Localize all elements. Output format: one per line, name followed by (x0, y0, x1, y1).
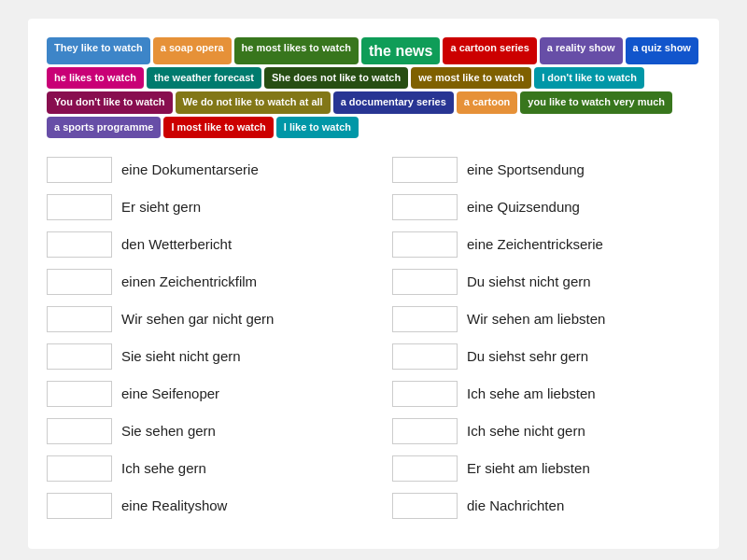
answer-input-right-2[interactable] (392, 231, 458, 258)
right-match-row-0: eine Sportsendung (392, 157, 700, 183)
left-match-row-8: Ich sehe gern (47, 455, 355, 482)
right-column: eine Sportsendungeine Quizsendungeine Ze… (392, 157, 700, 530)
right-match-row-1: eine Quizsendung (392, 194, 700, 220)
answer-input-left-7[interactable] (47, 418, 112, 444)
word-chip-18[interactable]: I most like to watch (163, 117, 273, 138)
left-match-row-5: Sie sieht nicht gern (47, 343, 355, 370)
match-text-right-7: Ich sehe nicht gern (467, 423, 585, 439)
answer-input-left-6[interactable] (47, 381, 112, 407)
match-text-left-2: den Wetterbericht (121, 236, 232, 252)
word-chip-1[interactable]: a soap opera (153, 37, 232, 64)
answer-input-left-2[interactable] (47, 231, 112, 258)
word-chip-10[interactable]: we most like to watch (411, 67, 531, 89)
answer-input-right-3[interactable] (392, 269, 458, 295)
match-text-left-4: Wir sehen gar nicht gern (121, 311, 274, 327)
right-match-row-3: Du siehst nicht gern (392, 269, 700, 295)
match-text-left-9: eine Realityshow (121, 497, 227, 513)
left-match-row-1: Er sieht gern (47, 194, 355, 220)
answer-input-right-5[interactable] (392, 343, 458, 370)
word-chip-16[interactable]: you like to watch very much (520, 91, 672, 113)
answer-input-left-5[interactable] (47, 343, 112, 370)
match-text-right-0: eine Sportsendung (467, 161, 585, 177)
match-text-right-6: Ich sehe am liebsten (467, 385, 596, 401)
right-match-row-8: Er sieht am liebsten (392, 455, 700, 482)
match-text-left-3: einen Zeichentrickfilm (121, 273, 257, 289)
word-chip-2[interactable]: he most likes to watch (234, 37, 359, 64)
answer-input-right-0[interactable] (392, 157, 458, 183)
answer-input-right-8[interactable] (392, 455, 458, 482)
right-match-row-2: eine Zeichentrickserie (392, 231, 700, 258)
left-match-row-7: Sie sehen gern (47, 418, 355, 444)
match-text-left-1: Er sieht gern (121, 199, 201, 215)
match-text-left-5: Sie sieht nicht gern (121, 348, 241, 364)
match-text-right-3: Du siehst nicht gern (467, 273, 591, 289)
word-chip-5[interactable]: a reality show (540, 37, 623, 64)
answer-input-right-9[interactable] (392, 493, 458, 519)
answer-input-right-6[interactable] (392, 381, 458, 407)
answer-input-right-4[interactable] (392, 306, 458, 332)
answer-input-left-3[interactable] (47, 269, 112, 295)
word-bank: They like to watcha soap operahe most li… (47, 37, 700, 138)
left-match-row-9: eine Realityshow (47, 493, 355, 519)
word-chip-9[interactable]: She does not like to watch (264, 67, 408, 89)
match-text-right-8: Er sieht am liebsten (467, 460, 590, 476)
word-chip-11[interactable]: I don't like to watch (534, 67, 644, 89)
word-chip-6[interactable]: a quiz show (626, 37, 698, 64)
left-match-row-4: Wir sehen gar nicht gern (47, 306, 355, 332)
right-match-row-4: Wir sehen am liebsten (392, 306, 700, 332)
word-chip-15[interactable]: a cartoon (457, 91, 518, 113)
matching-area: eine DokumentarserieEr sieht gernden Wet… (47, 157, 700, 530)
answer-input-left-8[interactable] (47, 455, 112, 482)
right-match-row-9: die Nachrichten (392, 493, 700, 519)
match-text-left-7: Sie sehen gern (121, 423, 216, 439)
match-text-right-5: Du siehst sehr gern (467, 348, 588, 364)
answer-input-left-4[interactable] (47, 306, 112, 332)
answer-input-left-9[interactable] (47, 493, 112, 519)
left-match-row-0: eine Dokumentarserie (47, 157, 355, 183)
answer-input-left-0[interactable] (47, 157, 112, 183)
match-text-right-9: die Nachrichten (467, 497, 564, 513)
match-text-left-8: Ich sehe gern (121, 460, 206, 476)
match-text-right-4: Wir sehen am liebsten (467, 311, 605, 327)
word-chip-3[interactable]: the news (361, 37, 440, 64)
word-chip-8[interactable]: the weather forecast (147, 67, 261, 89)
left-match-row-6: eine Seifenoper (47, 381, 355, 407)
right-match-row-5: Du siehst sehr gern (392, 343, 700, 370)
answer-input-left-1[interactable] (47, 194, 112, 220)
word-chip-17[interactable]: a sports programme (47, 117, 161, 138)
word-chip-19[interactable]: I like to watch (276, 117, 359, 138)
word-chip-0[interactable]: They like to watch (47, 37, 150, 64)
left-match-row-3: einen Zeichentrickfilm (47, 269, 355, 295)
answer-input-right-1[interactable] (392, 194, 458, 220)
word-chip-13[interactable]: We do not like to watch at all (176, 91, 331, 113)
left-match-row-2: den Wetterbericht (47, 231, 355, 258)
word-chip-14[interactable]: a documentary series (333, 91, 454, 113)
match-text-right-1: eine Quizsendung (467, 199, 580, 215)
main-container: They like to watcha soap operahe most li… (28, 19, 719, 549)
match-text-left-0: eine Dokumentarserie (121, 161, 259, 177)
right-match-row-7: Ich sehe nicht gern (392, 418, 700, 444)
word-chip-4[interactable]: a cartoon series (443, 37, 536, 64)
right-match-row-6: Ich sehe am liebsten (392, 381, 700, 407)
match-text-left-6: eine Seifenoper (121, 385, 219, 401)
word-chip-7[interactable]: he likes to watch (47, 67, 144, 89)
answer-input-right-7[interactable] (392, 418, 458, 444)
left-column: eine DokumentarserieEr sieht gernden Wet… (47, 157, 355, 530)
match-text-right-2: eine Zeichentrickserie (467, 236, 603, 252)
word-chip-12[interactable]: You don't like to watch (47, 91, 173, 113)
